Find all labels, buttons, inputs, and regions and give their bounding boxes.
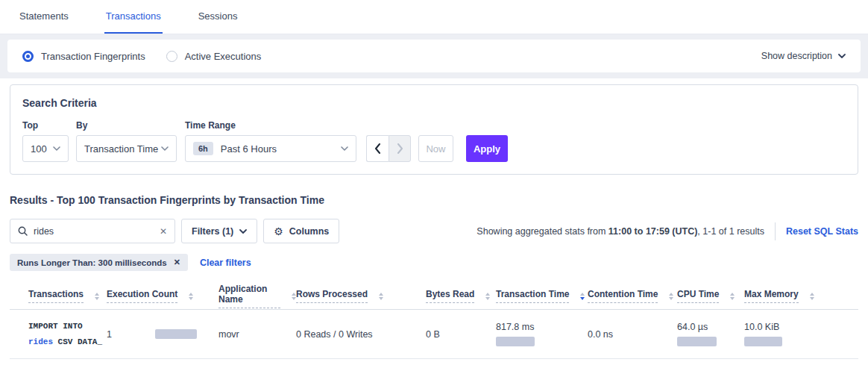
column-header-rows-processed[interactable]: Rows Processed [296, 289, 426, 303]
time-range-label: Time Range [185, 120, 366, 131]
max-memory-value: 10.0 KiB [744, 322, 779, 332]
radio-active-executions[interactable]: Active Executions [166, 51, 262, 62]
apply-button[interactable]: Apply [466, 135, 508, 162]
sort-icon[interactable] [95, 293, 99, 300]
transaction-time-value: 817.8 ms [496, 322, 534, 332]
aggregated-stats-text: Showing aggregated stats from 11:00 to 1… [477, 226, 764, 237]
transaction-time-bar [496, 337, 535, 346]
now-button[interactable]: Now [418, 135, 453, 162]
top-select[interactable]: 100 [22, 135, 69, 162]
time-window-pager [366, 135, 411, 162]
cpu-time-cell: 64.0 µs [677, 322, 744, 346]
max-memory-bar [744, 337, 782, 346]
chevron-right-icon [397, 143, 403, 154]
sort-icon[interactable] [485, 293, 490, 300]
transaction-fingerprint-cell: IMPORT INTO rides CSV DATA_ [10, 319, 107, 350]
chevron-down-icon [239, 229, 247, 234]
chevron-down-icon [838, 54, 846, 58]
sort-icon[interactable] [189, 293, 193, 300]
radio-label: Transaction Fingerprints [41, 51, 145, 62]
remove-filter-icon[interactable]: ✕ [174, 258, 180, 267]
time-range-value: Past 6 Hours [221, 143, 341, 155]
filter-chip-row: Runs Longer Than: 300 milliseconds ✕ Cle… [10, 254, 858, 271]
cpu-time-bar [677, 337, 717, 346]
column-header-transactions[interactable]: Transactions [10, 289, 107, 303]
cpu-time-value: 64.0 µs [677, 322, 708, 332]
search-input[interactable] [34, 226, 160, 237]
transaction-time-cell: 817.8 ms [496, 322, 588, 346]
time-range-control: Time Range 6h Past 6 Hours [185, 120, 366, 162]
sort-icon[interactable] [730, 293, 735, 300]
columns-button[interactable]: ⚙ Columns [263, 219, 339, 243]
radio-label: Active Executions [185, 51, 262, 62]
prev-time-window-button[interactable] [366, 135, 389, 162]
transaction-fingerprint-link[interactable]: IMPORT INTO rides CSV DATA_ [28, 319, 107, 350]
main-content: Search Criteria Top 100 By Transaction T… [0, 84, 868, 359]
filter-chip: Runs Longer Than: 300 milliseconds ✕ [10, 254, 188, 271]
top-label: Top [22, 120, 76, 131]
rows-processed-cell: 0 Reads / 0 Writes [296, 329, 426, 340]
execution-count-value: 1 [107, 329, 112, 340]
next-time-window-button[interactable] [389, 135, 411, 162]
column-header-contention-time[interactable]: Contention Time [588, 289, 677, 303]
radio-transaction-fingerprints[interactable]: Transaction Fingerprints [22, 51, 145, 62]
search-criteria-controls: Top 100 By Transaction Time Time Range 6… [22, 120, 846, 162]
radio-selected-icon[interactable] [22, 51, 34, 62]
column-header-cpu-time[interactable]: CPU Time [677, 289, 744, 303]
gear-icon: ⚙ [274, 226, 283, 237]
filter-chip-label: Runs Longer Than: 300 milliseconds [17, 258, 167, 267]
column-header-execution-count[interactable]: Execution Count [107, 289, 218, 303]
transactions-table: Transactions Execution Count Application… [10, 283, 858, 359]
tab-sessions[interactable]: Sessions [197, 0, 239, 34]
execution-count-bar [155, 329, 197, 339]
search-criteria-title: Search Criteria [22, 97, 846, 109]
sort-icon[interactable] [810, 293, 814, 300]
vertical-divider [775, 222, 776, 240]
search-icon [18, 226, 28, 236]
view-toggle-strip: Transaction Fingerprints Active Executio… [0, 34, 868, 78]
sort-icon[interactable] [669, 293, 673, 300]
contention-time-cell: 0.0 ns [588, 329, 677, 340]
search-box[interactable]: ✕ [10, 219, 175, 243]
column-header-bytes-read[interactable]: Bytes Read [426, 289, 496, 303]
radio-unselected-icon[interactable] [166, 51, 177, 62]
clear-filters-link[interactable]: Clear filters [200, 258, 251, 268]
filters-button[interactable]: Filters (1) [181, 219, 257, 243]
search-criteria-card: Search Criteria Top 100 By Transaction T… [10, 84, 858, 175]
chevron-down-icon [161, 146, 169, 151]
top-select-value: 100 [31, 143, 53, 155]
reset-sql-stats-link[interactable]: Reset SQL Stats [786, 226, 858, 237]
view-radio-group: Transaction Fingerprints Active Executio… [22, 51, 261, 62]
table-header-row: Transactions Execution Count Application… [10, 283, 858, 310]
show-description-toggle[interactable]: Show description [761, 51, 846, 61]
by-select-value: Transaction Time [84, 143, 161, 155]
show-description-label: Show description [761, 51, 832, 61]
column-header-application-name[interactable]: Application Name [218, 284, 296, 308]
chevron-down-icon [53, 146, 60, 151]
by-label: By [76, 120, 185, 131]
stats-time-range: 11:00 to 17:59 (UTC) [608, 226, 697, 237]
clear-search-icon[interactable]: ✕ [160, 227, 167, 236]
sort-desc-icon[interactable] [580, 293, 585, 300]
chevron-left-icon [374, 143, 381, 154]
top-control: Top 100 [22, 120, 76, 162]
sql-activity-tabbar: Statements Transactions Sessions [0, 0, 868, 34]
by-control: By Transaction Time [76, 120, 185, 162]
tab-statements[interactable]: Statements [18, 0, 70, 34]
filters-button-label: Filters (1) [192, 226, 233, 237]
toolbar-right: Showing aggregated stats from 11:00 to 1… [477, 222, 858, 240]
sort-icon[interactable] [379, 293, 383, 300]
results-toolbar: ✕ Filters (1) ⚙ Columns Showing aggregat… [10, 219, 858, 243]
execution-count-cell: 1 [107, 329, 218, 340]
time-range-select[interactable]: 6h Past 6 Hours [185, 135, 356, 162]
application-name-cell: movr [218, 329, 296, 340]
by-select[interactable]: Transaction Time [76, 135, 177, 162]
search-term-highlight: rides [28, 337, 53, 346]
time-range-badge: 6h [193, 142, 213, 155]
bytes-read-cell: 0 B [426, 329, 496, 340]
results-heading: Results - Top 100 Transaction Fingerprin… [10, 194, 858, 206]
column-header-max-memory[interactable]: Max Memory [744, 289, 858, 303]
tab-transactions[interactable]: Transactions [104, 0, 163, 34]
max-memory-cell: 10.0 KiB [744, 322, 858, 346]
column-header-transaction-time[interactable]: Transaction Time [496, 289, 588, 303]
